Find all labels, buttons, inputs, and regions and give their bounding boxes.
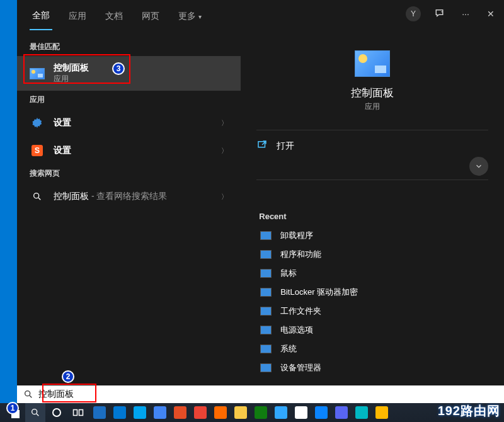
svg-rect-6 <box>79 410 83 416</box>
annotation-marker-1: 1 <box>6 402 19 414</box>
watermark: 192路由网 <box>438 402 500 419</box>
result-app-settings-2[interactable]: S 设置 〉 <box>17 137 241 164</box>
recent-item-label: 卸载程序 <box>280 230 313 241</box>
taskbar-app[interactable] <box>291 403 311 422</box>
close-icon[interactable]: ✕ <box>485 9 496 19</box>
tab-apps[interactable]: 应用 <box>66 6 89 30</box>
gear-icon <box>30 115 45 130</box>
chevron-right-icon: 〉 <box>221 146 228 156</box>
recent-item-icon <box>260 345 272 353</box>
chevron-down-icon[interactable] <box>469 157 488 176</box>
result-subtitle: 应用 <box>54 74 228 84</box>
taskbar-app[interactable] <box>271 403 291 422</box>
tab-web[interactable]: 网页 <box>139 6 162 30</box>
detail-subtitle: 应用 <box>365 101 380 112</box>
best-match-label: 最佳匹配 <box>17 38 241 56</box>
taskbar-app[interactable] <box>251 403 271 422</box>
recent-item[interactable]: 程序和功能 <box>259 245 485 264</box>
recent-item-label: 程序和功能 <box>280 249 321 260</box>
divider <box>256 180 488 180</box>
search-panel: 全部 应用 文档 网页 更多 ▾ Y ··· ✕ 最佳匹配 控制面板 应用 应用 <box>17 0 504 385</box>
feedback-icon[interactable] <box>435 8 446 21</box>
more-icon[interactable]: ··· <box>460 9 471 19</box>
open-action-row: 打开 <box>256 139 488 153</box>
avatar[interactable]: Y <box>406 6 421 21</box>
taskbar-app[interactable] <box>150 403 170 422</box>
open-label[interactable]: 打开 <box>277 140 488 152</box>
open-icon[interactable] <box>256 139 268 153</box>
search-bar[interactable] <box>17 385 504 403</box>
recent-item-icon <box>260 363 272 372</box>
recent-item[interactable]: 卸载程序 <box>259 226 485 245</box>
search-input[interactable] <box>38 389 498 399</box>
recent-item-icon <box>260 288 272 297</box>
taskbar-app[interactable] <box>372 403 392 422</box>
tab-more[interactable]: 更多 ▾ <box>176 6 204 30</box>
results-detail: 控制面板 应用 打开 Recent 卸载程序程序和功能鼠标BitLocker 驱… <box>241 30 504 385</box>
desktop-left-strip <box>0 0 17 422</box>
recent-item[interactable]: BitLocker 驱动器加密 <box>259 283 485 302</box>
recent-item-icon <box>260 307 272 316</box>
recent-item[interactable]: 设备管理器 <box>259 358 485 377</box>
taskbar-app[interactable] <box>331 403 352 422</box>
result-web-search[interactable]: 控制面板 - 查看网络搜索结果 〉 <box>17 183 241 210</box>
recent-item-label: 系统 <box>280 343 297 355</box>
recent-item-label: 设备管理器 <box>280 362 321 374</box>
recent-item-icon <box>260 269 272 278</box>
recent-item[interactable]: 工作文件夹 <box>259 302 485 321</box>
search-content: 最佳匹配 控制面板 应用 应用 设置 〉 S 设置 <box>17 30 504 385</box>
recent-label: Recent <box>259 212 485 221</box>
svg-point-1 <box>34 193 39 198</box>
taskbar-app[interactable] <box>190 403 210 422</box>
taskbar-pinned-apps <box>89 403 392 422</box>
taskbar-app[interactable] <box>89 403 110 422</box>
recent-item-label: 工作文件夹 <box>280 305 321 317</box>
search-icon <box>30 189 45 204</box>
detail-title: 控制面板 <box>351 86 394 100</box>
header-actions: Y ··· ✕ <box>406 6 496 21</box>
control-panel-icon-large <box>355 50 390 77</box>
taskbar-app[interactable] <box>170 403 190 422</box>
task-view-icon[interactable] <box>68 403 88 422</box>
recent-item-label: BitLocker 驱动器加密 <box>280 287 358 298</box>
taskbar-app[interactable] <box>210 403 231 422</box>
taskbar-app[interactable] <box>130 403 150 422</box>
recent-item-label: 电源选项 <box>280 324 313 336</box>
search-icon <box>23 389 33 399</box>
recent-item[interactable]: 电源选项 <box>259 321 485 339</box>
taskbar-app[interactable] <box>352 403 372 422</box>
sogou-icon: S <box>30 143 45 158</box>
taskbar-app[interactable] <box>110 403 130 422</box>
annotation-marker-3: 3 <box>112 62 125 75</box>
svg-point-3 <box>25 391 30 396</box>
svg-point-4 <box>32 409 37 414</box>
divider <box>256 130 488 130</box>
results-left: 最佳匹配 控制面板 应用 应用 设置 〉 S 设置 <box>17 30 241 385</box>
apps-label: 应用 <box>17 91 241 109</box>
annotation-marker-2: 2 <box>62 370 74 383</box>
tab-all[interactable]: 全部 <box>30 5 52 30</box>
taskbar-search-icon[interactable] <box>25 403 45 422</box>
recent-item[interactable]: 系统 <box>259 339 485 358</box>
web-label: 搜索网页 <box>17 164 241 183</box>
chevron-right-icon: 〉 <box>221 192 228 202</box>
chevron-right-icon: 〉 <box>221 118 228 128</box>
detail-hero: 控制面板 应用 <box>241 38 504 121</box>
recent-item-icon <box>260 231 272 240</box>
search-tabs: 全部 应用 文档 网页 更多 ▾ Y ··· ✕ <box>17 0 504 30</box>
cortana-icon[interactable] <box>47 403 67 422</box>
recent-item-icon <box>260 326 272 334</box>
result-app-settings-1[interactable]: 设置 〉 <box>17 109 241 137</box>
svg-rect-5 <box>74 410 77 416</box>
result-title: 控制面板 <box>54 62 228 74</box>
result-best-match[interactable]: 控制面板 应用 <box>17 56 241 91</box>
taskbar <box>0 403 504 422</box>
tab-docs[interactable]: 文档 <box>103 6 125 30</box>
taskbar-app[interactable] <box>311 403 331 422</box>
control-panel-icon <box>30 66 45 81</box>
recent-item[interactable]: 鼠标 <box>259 264 485 283</box>
recent-item-icon <box>260 250 272 259</box>
recent-list: 卸载程序程序和功能鼠标BitLocker 驱动器加密工作文件夹电源选项系统设备管… <box>259 226 485 377</box>
recent-item-label: 鼠标 <box>280 268 297 279</box>
taskbar-app[interactable] <box>231 403 251 422</box>
